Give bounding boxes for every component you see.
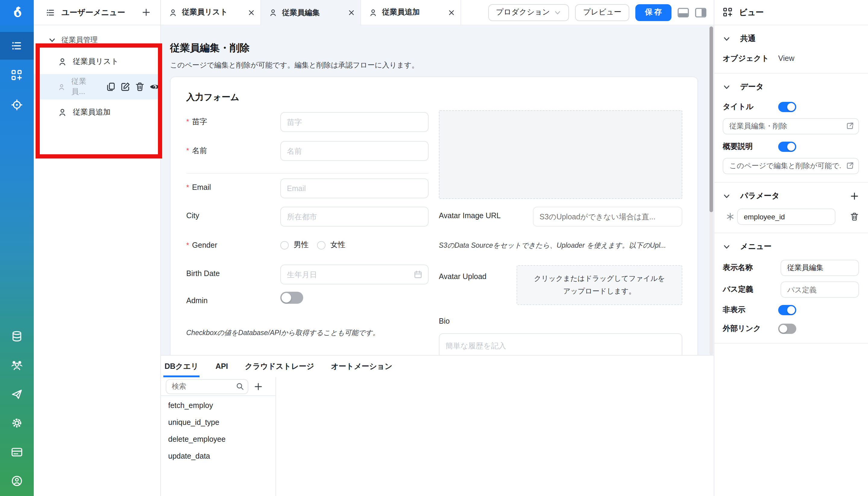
last-name-input[interactable]: [280, 112, 429, 132]
work-area: 従業員リスト 従業員編集 従業員追加 プロダクション プレビュー 保存: [161, 0, 714, 496]
rail-item-components[interactable]: [0, 61, 34, 89]
field-label-avatar-url: Avatar Image URL: [439, 212, 501, 220]
radio-male[interactable]: [280, 241, 289, 249]
navigator-header: ユーザーメニュー: [34, 0, 160, 25]
close-icon[interactable]: [248, 9, 254, 15]
tab-db-query[interactable]: DBクエリ: [164, 356, 200, 377]
section-common-header[interactable]: 共通: [723, 31, 859, 46]
display-name-input[interactable]: [780, 260, 859, 276]
path-input[interactable]: [780, 281, 859, 298]
inspector-title: ビュー: [739, 7, 764, 18]
section-data: データ タイトル 概要説明: [714, 74, 868, 183]
rail-item-database[interactable]: [0, 322, 34, 350]
tree-group-label: 従業員管理: [61, 35, 98, 45]
query-list-item[interactable]: unique_id_type: [161, 414, 276, 431]
rail-item-target[interactable]: [0, 91, 34, 119]
external-link-icon[interactable]: [846, 161, 854, 170]
bio-textarea[interactable]: [439, 333, 682, 355]
person-icon: [58, 57, 67, 66]
preview-button[interactable]: プレビュー: [575, 4, 629, 21]
form-card[interactable]: 入力フォーム *苗字 *名前 *Email City *Gender 男性 女性: [170, 77, 698, 355]
tree-item-employee-list[interactable]: 従業員リスト: [34, 49, 160, 74]
rail-item-settings[interactable]: [0, 409, 34, 437]
field-label-birth-date: Birth Date: [186, 269, 220, 278]
panel-right-icon: [695, 7, 707, 17]
parameter-name-input[interactable]: [737, 208, 835, 225]
copy-icon[interactable]: [106, 82, 116, 92]
environment-dropdown[interactable]: プロダクション: [488, 4, 569, 21]
delete-parameter-button[interactable]: [850, 212, 859, 221]
gender-radio-group: 男性 女性: [280, 240, 345, 250]
toggle-bottom-panel-button[interactable]: [678, 7, 689, 17]
calendar-icon[interactable]: [414, 270, 422, 279]
section-menu: メニュー 表示名称 パス定義 非表示 外部リンク: [714, 233, 868, 343]
first-name-input[interactable]: [280, 141, 429, 161]
grid-plus-icon: [723, 7, 733, 17]
external-link-icon[interactable]: [846, 122, 854, 130]
person-icon: [58, 82, 65, 91]
rail-item-account[interactable]: [0, 467, 34, 495]
query-list-item[interactable]: delete_employee: [161, 431, 276, 448]
radio-female[interactable]: [317, 241, 326, 249]
title-toggle[interactable]: [778, 102, 796, 112]
rail-item-publish[interactable]: [0, 380, 34, 408]
tab-employee-edit[interactable]: 従業員編集: [261, 0, 361, 25]
hidden-row: 非表示: [723, 303, 859, 316]
credit-card-icon: [11, 446, 23, 458]
app-logo[interactable]: [0, 0, 34, 25]
rail-item-pages[interactable]: [0, 32, 34, 60]
tree-item-employee-edit[interactable]: 従業員...: [34, 74, 160, 99]
edit-icon[interactable]: [121, 82, 130, 92]
section-menu-header[interactable]: メニュー: [723, 239, 859, 254]
rail-item-members[interactable]: [0, 351, 34, 379]
birth-date-input[interactable]: [280, 265, 429, 284]
environment-label: プロダクション: [496, 7, 550, 17]
navigator-title: ユーザーメニュー: [61, 7, 125, 18]
close-icon[interactable]: [348, 10, 354, 16]
add-page-button[interactable]: [142, 8, 151, 17]
query-list-item[interactable]: update_data: [161, 448, 276, 465]
database-icon: [11, 330, 23, 342]
summary-value-input[interactable]: [723, 158, 859, 174]
add-parameter-button[interactable]: [850, 191, 859, 200]
admin-toggle[interactable]: [280, 292, 303, 304]
display-name-row: 表示名称: [723, 260, 859, 276]
query-list-item[interactable]: fetch_employ: [161, 397, 276, 414]
tab-employee-list[interactable]: 従業員リスト: [161, 0, 261, 25]
section-menu-title: メニュー: [740, 242, 772, 252]
tree-group-row[interactable]: 従業員管理: [34, 31, 160, 49]
city-input[interactable]: [280, 207, 429, 227]
toggle-right-panel-button[interactable]: [695, 7, 707, 17]
section-common-title: 共通: [740, 33, 756, 44]
search-icon: [236, 382, 244, 390]
avatar-url-input[interactable]: [533, 207, 682, 227]
person-icon: [369, 8, 377, 17]
upload-hint: クリックまたはドラッグしてファイルをアップロードします。: [532, 273, 667, 298]
summary-toggle[interactable]: [778, 141, 796, 152]
section-data-header[interactable]: データ: [723, 79, 859, 95]
canvas-scrollbar-thumb[interactable]: [710, 27, 713, 212]
save-button[interactable]: 保存: [635, 4, 671, 21]
external-link-row: 外部リンク: [723, 322, 859, 335]
rail-item-billing[interactable]: [0, 438, 34, 466]
email-input[interactable]: [280, 179, 429, 198]
tree-item-employee-add[interactable]: 従業員追加: [34, 99, 160, 125]
tab-cloud-storage[interactable]: クラウドストレージ: [244, 356, 315, 377]
title-label: タイトル: [723, 102, 778, 112]
editor-canvas[interactable]: 従業員編集・削除 このページで編集と削除が可能です。編集と削除は承認フローに入り…: [161, 25, 714, 355]
avatar-upload-dropzone[interactable]: クリックまたはドラッグしてファイルをアップロードします。: [516, 265, 682, 305]
tab-automation[interactable]: オートメーション: [330, 356, 393, 377]
close-icon[interactable]: [448, 9, 454, 15]
eye-icon[interactable]: [150, 82, 160, 91]
tab-employee-add[interactable]: 従業員追加: [361, 0, 461, 25]
add-query-button[interactable]: [254, 382, 263, 391]
title-value-input[interactable]: [723, 118, 859, 135]
hidden-toggle[interactable]: [778, 305, 796, 315]
person-icon: [58, 108, 67, 117]
tab-api[interactable]: API: [214, 356, 229, 377]
tree-item-actions: [106, 82, 160, 92]
external-link-toggle[interactable]: [778, 323, 796, 334]
section-parameters-header[interactable]: パラメータ: [723, 188, 859, 204]
field-label-last-name: *苗字: [186, 117, 207, 127]
trash-icon[interactable]: [135, 82, 145, 92]
